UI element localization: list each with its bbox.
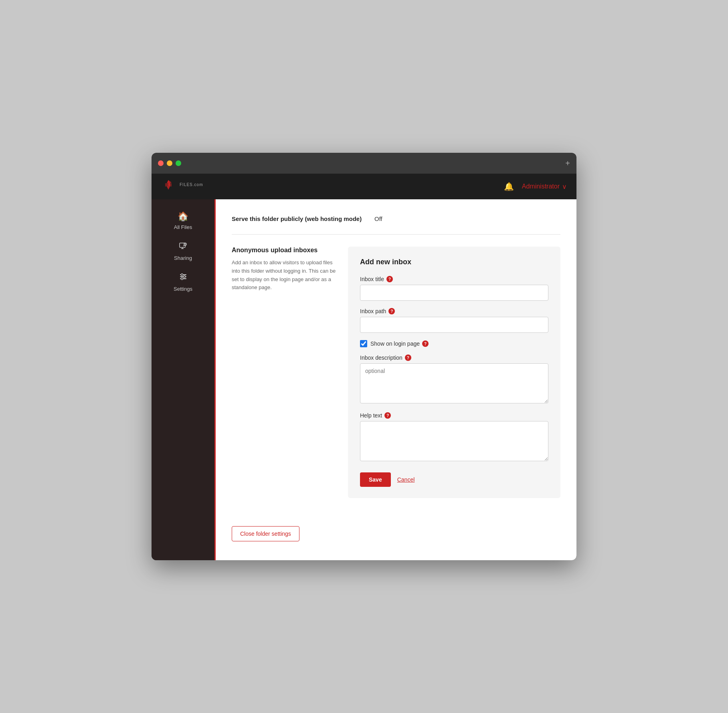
inbox-description-group: Inbox description ?: [360, 354, 548, 405]
notifications-bell[interactable]: 🔔: [504, 182, 514, 191]
inbox-path-help-icon[interactable]: ?: [388, 308, 395, 314]
form-title: Add new inbox: [360, 258, 548, 266]
logo-text: FILES.com: [180, 181, 203, 192]
inbox-description-textarea[interactable]: [360, 363, 548, 403]
inbox-path-input[interactable]: [360, 317, 548, 333]
show-login-checkbox[interactable]: [360, 340, 367, 347]
form-actions: Save Cancel: [360, 472, 548, 487]
svg-marker-5: [165, 183, 167, 186]
show-login-help-icon[interactable]: ?: [422, 340, 429, 347]
content-area: Serve this folder publicly (web hosting …: [216, 199, 576, 560]
help-text-group: Help text ?: [360, 412, 548, 463]
minimize-button[interactable]: [167, 160, 172, 166]
admin-menu[interactable]: Administrator ∨: [522, 183, 567, 190]
section-title: Anonymous upload inboxes: [232, 247, 336, 254]
sidebar-item-label: Sharing: [174, 255, 192, 261]
inbox-title-help-icon[interactable]: ?: [386, 276, 393, 282]
inbox-path-label: Inbox path ?: [360, 308, 548, 314]
app-body: FILES.com 🔔 Administrator ∨ 🏠 All Files: [152, 174, 576, 560]
titlebar: +: [152, 153, 576, 174]
help-text-help-icon[interactable]: ?: [384, 412, 391, 419]
logo-area: FILES.com: [161, 179, 203, 194]
new-tab-button[interactable]: +: [565, 159, 570, 168]
show-login-row: Show on login page ?: [360, 340, 548, 347]
help-text-textarea[interactable]: [360, 421, 548, 461]
svg-line-11: [183, 245, 184, 246]
sidebar-item-label: Settings: [174, 286, 192, 292]
web-hosting-label: Serve this folder publicly (web hosting …: [232, 215, 368, 222]
section-text: Add an inbox to allow visitors to upload…: [232, 259, 336, 292]
inbox-title-input[interactable]: [360, 285, 548, 301]
close-button[interactable]: [158, 160, 164, 166]
add-inbox-form-card: Add new inbox Inbox title ?: [348, 247, 560, 498]
nav-right: 🔔 Administrator ∨: [504, 182, 567, 191]
svg-point-15: [181, 274, 183, 276]
cancel-button[interactable]: Cancel: [397, 476, 415, 483]
svg-point-17: [181, 278, 183, 280]
inbox-title-label: Inbox title ?: [360, 276, 548, 282]
help-text-label: Help text ?: [360, 412, 548, 419]
inbox-description-help-icon[interactable]: ?: [405, 354, 411, 361]
web-hosting-row: Serve this folder publicly (web hosting …: [232, 215, 560, 235]
traffic-lights: [158, 160, 181, 166]
close-folder-row: Close folder settings: [232, 514, 560, 541]
sidebar-item-sharing[interactable]: Sharing: [152, 236, 214, 267]
top-nav: FILES.com 🔔 Administrator ∨: [152, 174, 576, 199]
inbox-description-label: Inbox description ?: [360, 354, 548, 361]
sharing-icon: [179, 241, 188, 253]
home-icon: 🏠: [178, 211, 188, 222]
sidebar-item-settings[interactable]: Settings: [152, 267, 214, 298]
svg-marker-6: [170, 183, 172, 186]
sidebar: 🏠 All Files Sharing: [152, 199, 216, 560]
logo-icon: [161, 179, 176, 194]
inbox-title-group: Inbox title ?: [360, 276, 548, 301]
show-login-label: Show on login page ?: [370, 340, 429, 347]
web-hosting-value: Off: [374, 215, 382, 222]
svg-point-16: [183, 276, 185, 278]
main-layout: 🏠 All Files Sharing: [152, 199, 576, 560]
app-window: + FILES.com 🔔: [152, 153, 576, 560]
anonymous-upload-section: Anonymous upload inboxes Add an inbox to…: [232, 247, 560, 498]
save-button[interactable]: Save: [360, 472, 391, 487]
section-description: Anonymous upload inboxes Add an inbox to…: [232, 247, 336, 498]
settings-icon: [179, 272, 188, 284]
fullscreen-button[interactable]: [176, 160, 181, 166]
sidebar-item-label: All Files: [174, 224, 192, 230]
inbox-path-group: Inbox path ?: [360, 308, 548, 333]
close-folder-button[interactable]: Close folder settings: [232, 526, 299, 541]
svg-marker-4: [167, 186, 170, 190]
sidebar-item-all-files[interactable]: 🏠 All Files: [152, 206, 214, 236]
